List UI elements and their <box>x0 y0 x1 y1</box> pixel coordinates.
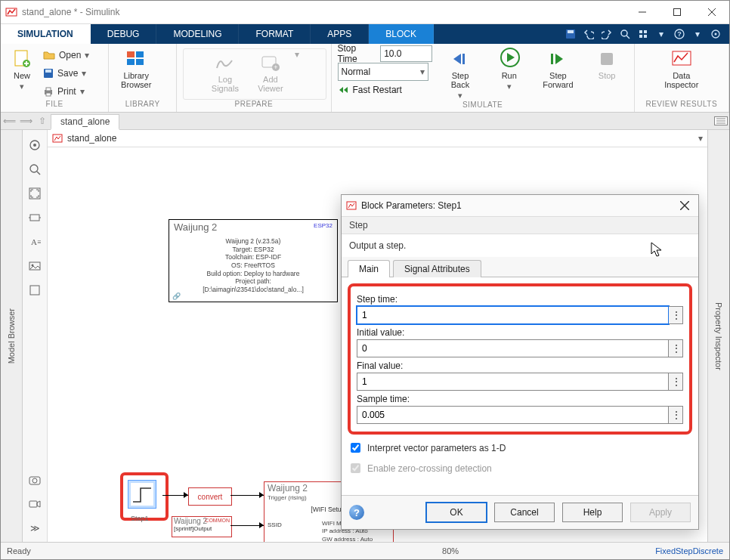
qat-redo-icon[interactable] <box>599 26 614 42</box>
palette-fit-view-icon[interactable] <box>26 184 44 203</box>
new-button[interactable]: New ▾ <box>7 45 37 91</box>
run-button[interactable]: Run▾ <box>488 45 530 91</box>
convert-block[interactable]: convert <box>188 487 232 506</box>
svg-rect-10 <box>644 30 647 33</box>
log-signals-button[interactable]: Log Signals <box>204 49 246 93</box>
final-value-input[interactable] <box>357 373 669 391</box>
step-time-more-button[interactable]: ⋮ <box>669 306 683 324</box>
library-browser-button[interactable]: Library Browser <box>115 45 157 89</box>
dialog-cancel-button[interactable]: Cancel <box>494 503 555 522</box>
property-inspector-rail[interactable]: Property Inspector <box>707 130 729 542</box>
status-ready: Ready <box>7 546 31 555</box>
wifi-ssid-port: SSID <box>268 521 282 528</box>
svg-rect-33 <box>462 54 465 64</box>
initial-value-label: Initial value: <box>357 327 683 338</box>
status-zoom[interactable]: 80% <box>442 546 459 555</box>
close-window-button[interactable] <box>694 1 729 23</box>
svg-rect-27 <box>136 51 144 57</box>
stop-button[interactable]: Stop <box>586 45 628 80</box>
model-icon <box>52 133 63 144</box>
dialog-tab-main[interactable]: Main <box>348 260 390 277</box>
sample-time-input[interactable] <box>357 406 669 424</box>
svg-rect-37 <box>673 51 691 65</box>
open-button[interactable]: Open▾ <box>40 47 92 63</box>
minimize-button[interactable] <box>625 1 660 23</box>
log-signals-icon <box>215 52 236 73</box>
svg-point-44 <box>30 165 38 172</box>
simulation-mode-dropdown[interactable]: Normal▾ <box>338 63 428 81</box>
add-viewer-label: Add Viewer <box>258 75 283 93</box>
tab-format[interactable]: FORMAT <box>239 24 311 44</box>
print-button[interactable]: Print▾ <box>40 83 92 100</box>
palette-record-icon[interactable] <box>26 495 44 513</box>
maximize-button[interactable] <box>660 1 694 23</box>
status-solver[interactable]: FixedStepDiscrete <box>655 546 723 555</box>
nav-back-icon[interactable]: ⟸ <box>1 113 17 129</box>
model-browser-rail[interactable]: Model Browser <box>1 130 23 542</box>
dialog-help-icon[interactable]: ? <box>349 505 364 520</box>
data-inspector-label: Data Inspector <box>664 71 698 89</box>
sample-time-more-button[interactable]: ⋮ <box>669 406 683 424</box>
step-forward-icon <box>547 48 568 70</box>
simulation-mode-value: Normal <box>342 67 371 77</box>
fast-restart-button[interactable]: Fast Restart <box>353 85 402 95</box>
qat-save-icon[interactable] <box>563 26 578 42</box>
palette-image-icon[interactable] <box>26 257 44 275</box>
nav-forward-icon[interactable]: ⟹ <box>17 113 34 129</box>
stop-time-field[interactable]: 10.0 <box>380 45 432 62</box>
qat-help-icon[interactable]: ? <box>672 26 687 42</box>
tab-block[interactable]: BLOCK <box>369 24 434 44</box>
step-back-label: Step Back <box>451 71 469 89</box>
interpret-vector-checkbox[interactable] <box>351 443 360 453</box>
initial-value-more-button[interactable]: ⋮ <box>669 339 683 357</box>
qat-search-icon[interactable] <box>617 26 633 42</box>
step-forward-button[interactable]: Step Forward <box>537 45 579 89</box>
palette-screenshot-icon[interactable] <box>26 471 44 489</box>
nav-up-icon[interactable]: ⇧ <box>34 113 51 129</box>
palette-expand-icon[interactable]: ≫ <box>26 519 44 537</box>
svg-rect-12 <box>644 35 647 38</box>
stop-label: Stop <box>599 71 616 80</box>
tab-simulation[interactable]: SIMULATION <box>1 24 91 44</box>
qat-more-icon[interactable] <box>636 26 651 42</box>
svg-point-55 <box>32 478 37 483</box>
play-icon <box>499 48 520 70</box>
palette-area-icon[interactable] <box>26 281 44 299</box>
step-time-input[interactable] <box>357 306 669 324</box>
breadcrumb-dropdown-icon[interactable]: ▾ <box>698 133 703 144</box>
svg-line-8 <box>626 36 629 39</box>
model-canvas[interactable]: Waijung 2 ESP32 Waijung 2 (v.23.5a) Targ… <box>48 147 707 542</box>
window-title: stand_alone * - Simulink <box>22 7 119 17</box>
final-value-more-button[interactable]: ⋮ <box>669 373 683 391</box>
palette-block-icon[interactable] <box>26 209 44 227</box>
dialog-ok-button[interactable]: OK <box>426 503 487 522</box>
step-time-label: Step time: <box>357 294 683 305</box>
step1-block[interactable] <box>128 480 156 509</box>
dialog-help-button[interactable]: Help <box>562 503 623 522</box>
palette-fit-icon[interactable] <box>26 136 44 154</box>
sprintf1-block[interactable]: Waijung 2 COMMON [sprintf]Output <box>172 516 232 537</box>
breadcrumb-model[interactable]: stand_alone <box>67 133 116 144</box>
tab-apps[interactable]: APPS <box>311 24 369 44</box>
tab-debug[interactable]: DEBUG <box>91 24 157 44</box>
qat-target-icon[interactable] <box>708 26 723 42</box>
add-viewer-button[interactable]: + Add Viewer <box>249 49 292 93</box>
palette-annotation-icon[interactable]: A≡ <box>26 233 44 251</box>
svg-rect-35 <box>551 54 553 64</box>
keyboard-icon[interactable] <box>713 113 729 129</box>
document-tab[interactable]: stand_alone <box>51 114 119 130</box>
qat-undo-icon[interactable] <box>581 26 596 42</box>
run-label: Run <box>502 71 517 80</box>
dialog-apply-button[interactable]: Apply <box>630 503 691 522</box>
target-block-title: Waijung 2 <box>169 220 337 234</box>
tab-modeling[interactable]: MODELING <box>156 24 239 44</box>
dialog-close-button[interactable] <box>676 196 694 215</box>
svg-point-43 <box>33 144 36 147</box>
svg-rect-47 <box>30 215 39 221</box>
palette-zoom-icon[interactable] <box>26 160 44 178</box>
data-inspector-button[interactable]: Data Inspector <box>660 45 703 89</box>
save-button[interactable]: Save▾ <box>40 65 92 82</box>
dialog-tab-signal-attributes[interactable]: Signal Attributes <box>393 260 481 277</box>
initial-value-input[interactable] <box>357 339 669 357</box>
step-back-button[interactable]: Step Back▾ <box>440 45 481 101</box>
